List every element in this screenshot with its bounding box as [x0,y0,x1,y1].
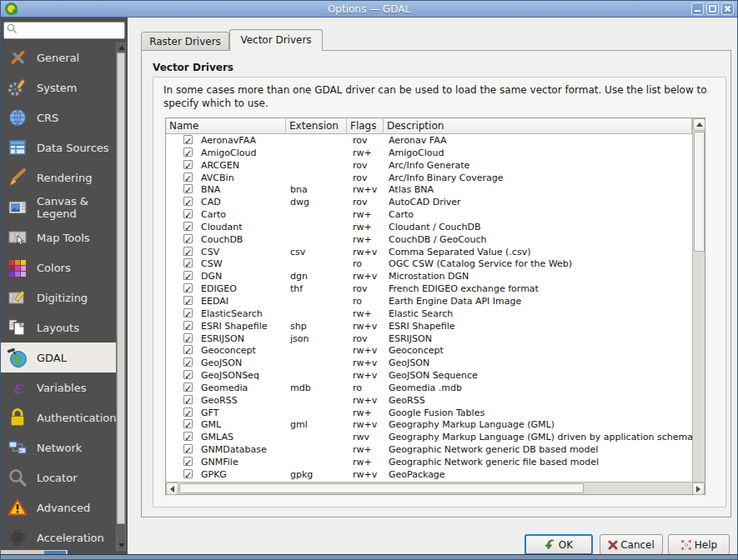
sidebar-item-general[interactable]: General [1,42,116,72]
driver-row-eedai[interactable]: ✓EEDAIroEarth Engine Data API Image [166,296,692,308]
sidebar-item-network[interactable]: Network [1,432,116,462]
sidebar-item-rendering[interactable]: Rendering [1,162,116,192]
driver-checkbox[interactable]: ✓ [183,432,193,441]
sidebar-item-canvas-legend[interactable]: Canvas & Legend [1,192,116,222]
column-header-flags[interactable]: Flags [347,118,384,134]
driver-checkbox[interactable]: ✓ [183,148,193,157]
driver-checkbox[interactable]: ✓ [183,382,193,392]
sidebar-item-locator[interactable]: Locator [1,462,116,492]
sidebar-item-data-sources[interactable]: Data Sources [1,132,116,162]
table-hscroll-thumb[interactable] [179,483,584,493]
driver-row-gpkg[interactable]: ✓GPKGgpkgrw+vGeoPackage [166,469,692,482]
sidebar-item-colors[interactable]: Colors [1,252,116,282]
driver-row-geojson[interactable]: ✓GeoJSONrw+vGeoJSON [166,358,692,370]
driver-row-csv[interactable]: ✓CSVcsvrw+vComma Separated Value (.csv) [166,247,692,259]
table-hscrollbar[interactable] [166,482,705,494]
column-header-description[interactable]: Description [384,118,692,134]
driver-row-gft[interactable]: ✓GFTrw+Google Fusion Tables [166,408,692,420]
tab-vector-drivers[interactable]: Vector Drivers [229,29,323,51]
driver-checkbox[interactable]: ✓ [183,358,193,367]
window-bottom-edge[interactable] [1,554,737,559]
driver-row-edigeo[interactable]: ✓EDIGEOthfrovFrench EDIGEO exchange form… [166,283,692,296]
driver-checkbox[interactable]: ✓ [183,333,193,342]
sidebar-scroll-thumb[interactable] [117,52,125,524]
sidebar-item-authentication[interactable]: Authentication [1,402,116,432]
driver-row-geomedia[interactable]: ✓GeomediamdbroGeomedia .mdb [166,382,692,395]
driver-row-couchdb[interactable]: ✓CouchDBrw+CouchDB / GeoCouch [166,234,692,247]
column-header-extension[interactable]: Extension [286,118,347,134]
driver-checkbox[interactable]: ✓ [183,209,193,218]
scroll-up-icon[interactable] [118,46,125,50]
driver-row-geojsonseq[interactable]: ✓GeoJSONSeqrw+vGeoJSON Sequence [166,370,692,382]
driver-checkbox[interactable]: ✓ [183,135,193,144]
driver-row-arcgen[interactable]: ✓ARCGENrovArc/Info Generate [166,160,692,172]
sidebar-item-layouts[interactable]: Layouts [1,312,116,342]
driver-row-gml[interactable]: ✓GMLgmlrw+vGeography Markup Language (GM… [166,419,692,432]
driver-checkbox[interactable]: ✓ [183,419,193,428]
driver-row-georss[interactable]: ✓GeoRSSrw+vGeoRSS [166,395,692,408]
table-vscroll-thumb[interactable] [694,132,705,252]
driver-checkbox[interactable]: ✓ [183,258,193,268]
sidebar-item-advanced[interactable]: Advanced [1,492,116,522]
driver-checkbox[interactable]: ✓ [183,321,193,330]
driver-row-gnmfile[interactable]: ✓GNMFilerw+Geographic Network generic fi… [166,457,692,469]
driver-checkbox[interactable]: ✓ [183,408,193,417]
sidebar-item-gdal[interactable]: GDAL [1,342,116,372]
driver-checkbox[interactable]: ✓ [183,283,193,292]
driver-row-gnmdatabase[interactable]: ✓GNMDatabaserw+Geographic Network generi… [166,444,692,457]
driver-row-esri-shapefile[interactable]: ✓ESRI Shapefileshprw+vESRI Shapefile [166,321,692,333]
scroll-down-icon[interactable] [118,543,125,548]
driver-checkbox[interactable]: ✓ [183,469,193,478]
driver-row-avcbin[interactable]: ✓AVCBinrovArc/Info Binary Coverage [166,172,692,185]
driver-checkbox[interactable]: ✓ [183,197,193,206]
help-button[interactable]: Help [668,534,730,555]
driver-row-carto[interactable]: ✓Cartorw+Carto [166,209,692,222]
search-input[interactable] [3,22,125,39]
scroll-left-icon[interactable] [166,482,178,495]
scroll-right-icon[interactable] [692,482,705,495]
driver-row-amigocloud[interactable]: ✓AmigoCloudrw+AmigoCloud [166,148,692,160]
driver-row-bna[interactable]: ✓BNAbnarw+vAtlas BNA [166,184,692,197]
scroll-up-icon[interactable] [693,118,705,131]
driver-checkbox[interactable]: ✓ [183,247,193,256]
driver-row-gmlas[interactable]: ✓GMLASrwvGeography Markup Language (GML)… [166,432,692,444]
sidebar-scrollbar[interactable] [116,42,126,551]
sidebar-item-map-tools[interactable]: Map Tools [1,222,116,252]
driver-checkbox[interactable]: ✓ [183,271,193,280]
driver-row-elasticsearch[interactable]: ✓ElasticSearchrw+Elastic Search [166,308,692,321]
driver-checkbox[interactable]: ✓ [183,370,193,379]
driver-checkbox[interactable]: ✓ [183,457,193,466]
sidebar-item-variables[interactable]: εVariables [1,372,116,402]
driver-checkbox[interactable]: ✓ [183,308,193,318]
titlebar[interactable]: Options — GDAL [1,1,737,18]
sidebar-item-digitizing[interactable]: Digitizing [1,282,116,312]
maximize-button[interactable] [706,2,719,15]
close-button[interactable] [721,2,734,15]
drivers-groupbox: In some cases more than one GDAL driver … [153,77,726,508]
cancel-button[interactable]: Cancel [600,534,663,555]
minimize-button[interactable] [691,2,704,15]
driver-checkbox[interactable]: ✓ [183,160,193,169]
driver-row-cad[interactable]: ✓CADdwgrovAutoCAD Driver [166,197,692,209]
driver-checkbox[interactable]: ✓ [183,184,193,193]
tab-raster-drivers[interactable]: Raster Drivers [141,32,229,51]
driver-row-cloudant[interactable]: ✓Cloudantrw+Cloudant / CouchDB [166,222,692,234]
driver-row-dgn[interactable]: ✓DGNdgnrw+vMicrostation DGN [166,271,692,283]
ok-button[interactable]: OK [525,534,593,555]
driver-checkbox[interactable]: ✓ [183,395,193,404]
driver-checkbox[interactable]: ✓ [183,296,193,305]
driver-checkbox[interactable]: ✓ [183,444,193,453]
driver-checkbox[interactable]: ✓ [183,345,193,354]
table-vscrollbar[interactable] [692,118,705,482]
driver-row-aeronavfaa[interactable]: ✓AeronavFAArovAeronav FAA [166,135,692,148]
driver-row-esrijson[interactable]: ✓ESRIJSONjsonrovESRIJSON [166,333,692,346]
sidebar-item-acceleration[interactable]: Acceleration [1,522,116,552]
driver-checkbox[interactable]: ✓ [183,234,193,243]
driver-row-csw[interactable]: ✓CSWroOGC CSW (Catalog Service for the W… [166,258,692,271]
sidebar-item-system[interactable]: System [1,72,116,102]
column-header-name[interactable]: Name [166,118,286,134]
driver-checkbox[interactable]: ✓ [183,172,193,182]
sidebar-item-crs[interactable]: CRS [1,102,116,132]
driver-row-geoconcept[interactable]: ✓Geoconceptrw+vGeoconcept [166,345,692,358]
driver-checkbox[interactable]: ✓ [183,222,193,231]
